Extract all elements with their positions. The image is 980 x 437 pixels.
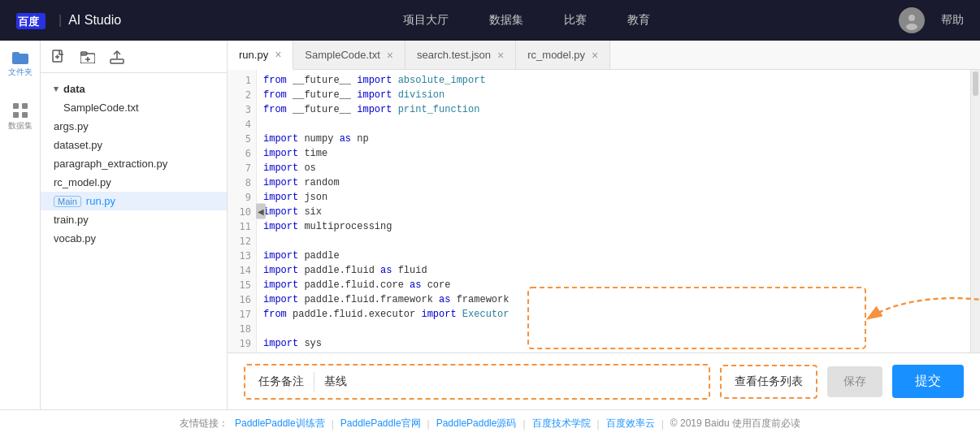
table-row: import paddle <box>263 249 964 263</box>
footer-link-1[interactable]: PaddlePaddle官网 <box>340 417 421 431</box>
code-token: as <box>380 263 392 278</box>
code-content[interactable]: from __future__ import absolute_importfr… <box>257 70 970 353</box>
file-name: args.py <box>54 120 89 132</box>
list-item-run[interactable]: Main run.py <box>41 192 227 210</box>
code-token: import <box>357 73 392 88</box>
svg-rect-7 <box>22 103 28 109</box>
tab-close-search[interactable]: × <box>497 50 504 61</box>
code-token: import <box>263 292 298 307</box>
line-number: 18 <box>228 322 251 336</box>
code-token: np <box>351 132 369 146</box>
tab-label: run.py <box>239 49 268 61</box>
code-token: from <box>263 307 287 322</box>
help-link[interactable]: 帮助 <box>941 13 964 28</box>
avatar[interactable] <box>899 7 925 33</box>
list-item[interactable]: args.py <box>41 117 227 136</box>
new-file-button[interactable] <box>49 47 68 67</box>
logo-divider: | <box>59 13 62 28</box>
active-file-name: run.py <box>86 195 115 207</box>
line-number: 3 <box>228 102 251 117</box>
line-number: 1 <box>228 73 251 88</box>
sidebar-item-datasets[interactable]: 数据集 <box>8 102 33 132</box>
task-input[interactable] <box>353 375 702 388</box>
view-tasks-button[interactable]: 查看任务列表 <box>720 365 817 399</box>
folder-icon <box>12 49 28 65</box>
table-row: from __future__ import absolute_import <box>263 73 964 88</box>
line-number: 19 <box>228 336 251 351</box>
nav-datasets[interactable]: 数据集 <box>489 13 523 28</box>
list-item[interactable]: vocab.py <box>41 229 227 248</box>
main-badge: Main <box>54 196 81 207</box>
submit-button[interactable]: 提交 <box>892 365 964 398</box>
code-token: import <box>357 88 392 102</box>
tab-rc-model[interactable]: rc_model.py × <box>516 41 610 69</box>
line-number: 7 <box>228 161 251 175</box>
code-token: time <box>298 146 327 161</box>
file-name: vocab.py <box>54 232 96 244</box>
code-token: import <box>263 146 298 161</box>
code-token: paddle.fluid.executor <box>287 307 422 322</box>
code-token: print_function <box>392 102 479 117</box>
list-item[interactable]: train.py <box>41 210 227 229</box>
folder-data[interactable]: ▾ data <box>41 80 227 98</box>
datasets-label: 数据集 <box>8 120 33 132</box>
footer-sep: | <box>427 418 430 430</box>
upload-button[interactable] <box>107 47 127 67</box>
nav-competitions[interactable]: 比赛 <box>564 13 587 28</box>
tab-run-py[interactable]: run.py × <box>228 41 293 70</box>
code-token: multiprocessing <box>298 219 392 234</box>
table-row: from paddle.fluid.executor import Execut… <box>263 307 964 322</box>
code-token: Executor <box>457 307 510 322</box>
logo: 百度 | AI Studio <box>16 11 121 28</box>
footer-sep: | <box>597 418 600 430</box>
sidebar-icons: 文件夹 数据集 <box>0 41 41 409</box>
tab-close-samplecode[interactable]: × <box>387 50 393 61</box>
bottom-section: 任务备注 基线 查看任务列表 保存 提交 <box>228 353 980 409</box>
svg-rect-5 <box>12 52 20 55</box>
tab-search-test[interactable]: search.test.json × <box>405 41 516 69</box>
list-item[interactable]: paragraph_extraction.py <box>41 154 227 173</box>
list-item[interactable]: rc_model.py <box>41 173 227 192</box>
footer-link-2[interactable]: PaddlePaddle源码 <box>436 417 517 431</box>
sidebar-item-files[interactable]: 文件夹 <box>8 49 33 78</box>
save-button[interactable]: 保存 <box>827 366 882 397</box>
list-item[interactable]: SampleCode.txt <box>41 98 227 117</box>
nav-right: 帮助 <box>899 7 964 33</box>
list-item[interactable]: dataset.py <box>41 136 227 154</box>
baseline-label: 基线 <box>318 374 353 389</box>
table-row: from __future__ import division <box>263 88 964 102</box>
table-row <box>263 234 964 249</box>
tab-close-run-py[interactable]: × <box>275 49 281 60</box>
editor-tabs: run.py × SampleCode.txt × search.test.js… <box>228 41 980 70</box>
tab-samplecode[interactable]: SampleCode.txt × <box>293 41 405 69</box>
code-token: import <box>263 263 298 278</box>
nav-projects[interactable]: 项目大厅 <box>403 13 449 28</box>
footer-prefix: 友情链接： <box>180 417 228 431</box>
expand-arrow: ▾ <box>54 84 59 94</box>
code-token: paddle.fluid.framework <box>298 292 439 307</box>
file-tree-content: ▾ data SampleCode.txt args.py dataset.py… <box>41 73 227 409</box>
svg-rect-9 <box>22 112 28 118</box>
code-token: os <box>298 161 316 175</box>
code-token: six <box>298 205 322 219</box>
code-token: framework <box>450 292 509 307</box>
code-token: import <box>357 102 392 117</box>
footer-link-4[interactable]: 百度效率云 <box>606 417 655 431</box>
code-token: from <box>263 88 287 102</box>
code-token: import <box>263 336 298 351</box>
grid-icon <box>12 102 28 119</box>
editor-scrollbar[interactable] <box>970 70 980 353</box>
file-name: rc_model.py <box>54 176 111 188</box>
footer-sep: | <box>523 418 525 430</box>
collapse-panel-arrow[interactable]: ◀ <box>256 204 266 219</box>
nav-education[interactable]: 教育 <box>627 13 650 28</box>
footer-link-3[interactable]: 百度技术学院 <box>532 417 591 431</box>
folder-name: data <box>63 83 85 95</box>
table-row: import paddle.fluid.core as core <box>263 278 964 292</box>
line-number: 14 <box>228 263 251 278</box>
code-token: import <box>263 175 298 190</box>
tab-close-rc-model[interactable]: × <box>592 50 598 61</box>
new-folder-button[interactable] <box>78 47 98 67</box>
footer-link-0[interactable]: PaddlePaddle训练营 <box>235 417 325 431</box>
table-row: import multiprocessing <box>263 219 964 234</box>
